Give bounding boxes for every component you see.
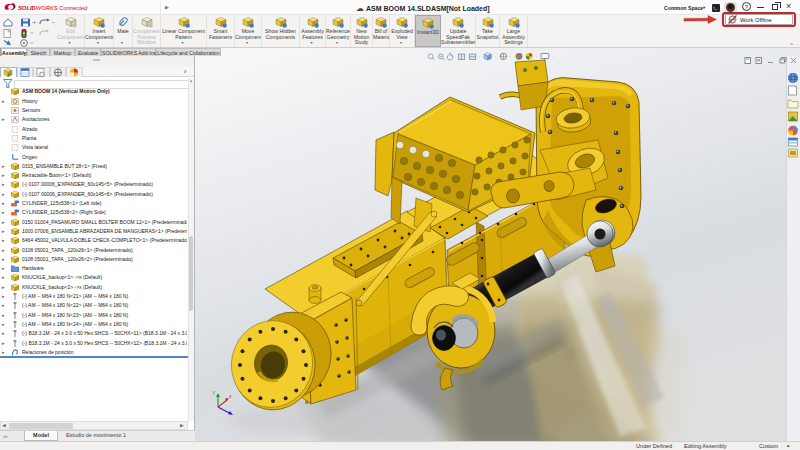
svg-text:·: · xyxy=(479,54,481,59)
svg-text:·: · xyxy=(510,54,512,59)
svg-text:SOLIDWORKS Connected: SOLIDWORKS Connected xyxy=(18,5,88,11)
svg-text:·: · xyxy=(552,54,554,59)
svg-text:·: · xyxy=(494,54,496,59)
svg-text:·: · xyxy=(536,54,538,59)
